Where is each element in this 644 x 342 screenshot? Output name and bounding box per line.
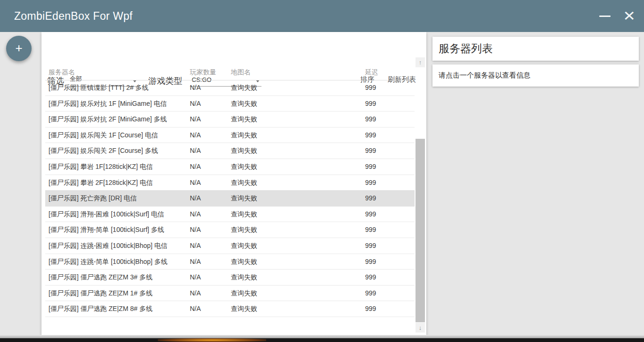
plus-icon: + [15,42,22,54]
title-bar[interactable]: ZombiEdenBox For Wpf ✕ [0,0,644,32]
server-name-cell: [僵尸乐园] 僵尸逃跑 ZE|ZM 8# 多线 [49,301,153,317]
column-header-server-name: 服务器名 [49,62,75,82]
table-row[interactable]: [僵尸乐园] 娱乐闯关 1F [Course] 电信 N/A 查询失败 999 [45,127,415,143]
side-panel-hint: 请点击一个服务器以查看信息 [432,71,530,80]
map-cell: 查询失败 [231,191,257,207]
players-cell: N/A [190,222,201,238]
side-panel-hint-card: 请点击一个服务器以查看信息 [432,64,639,87]
server-name-cell: [僵尸乐园] 娱乐闯关 1F [Course] 电信 [49,127,158,143]
latency-cell: 999 [365,159,376,175]
server-name-cell: [僵尸乐园] 娱乐对抗 1F [MiniGame] 电信 [49,96,167,112]
map-cell: 查询失败 [231,96,257,112]
latency-cell: 999 [365,175,376,191]
add-server-button[interactable]: + [6,36,32,61]
table-row[interactable]: [僵尸乐园] 娱乐对抗 2F [MiniGame] 多线 N/A 查询失败 99… [45,111,415,127]
map-cell: 查询失败 [231,143,257,159]
arrow-up-icon: ↑ [419,59,422,66]
players-cell: N/A [190,159,201,175]
latency-cell: 999 [365,80,376,96]
server-name-cell: [僵尸乐园] 僵尸逃跑 ZE|ZM 1# 多线 [49,286,153,302]
server-name-cell: [僵尸乐园] 娱乐对抗 2F [MiniGame] 多线 [49,111,167,127]
server-name-cell: [僵尸乐园] 娱乐闯关 2F [Course] 多线 [49,143,158,159]
latency-cell: 999 [365,254,376,270]
side-panel-title: 服务器列表 [432,41,493,56]
table-row[interactable]: [僵尸乐园] 滑翔-简单 [100tick|Surf] 多线 N/A 查询失败 … [45,222,415,238]
arrow-down-icon: ↓ [419,324,422,331]
map-cell: 查询失败 [231,238,257,254]
server-name-cell: [僵尸乐园] 僵尸逃跑 ZE|ZM 3# 多线 [49,270,153,286]
map-cell: 查询失败 [231,286,257,302]
players-cell: N/A [190,238,201,254]
server-name-cell: [僵尸乐园] 攀岩 1F[128tick|KZ] 电信 [49,159,153,175]
side-panel-title-card: 服务器列表 [432,37,639,61]
players-cell: N/A [190,191,201,207]
column-header-map: 地图名 [231,62,251,82]
server-name-cell: [僵尸乐园] 匪镇谍影 [TTT] 2# 多线 [49,80,148,96]
server-name-cell: [僵尸乐园] 连跳-简单 [100tick|Bhop] 多线 [49,254,168,270]
latency-cell: 999 [365,111,376,127]
minimize-button[interactable] [599,16,611,17]
map-cell: 查询失败 [231,159,257,175]
players-cell: N/A [190,127,201,143]
scrollbar[interactable]: ↑ ↓ [416,57,425,333]
map-cell: 查询失败 [231,111,257,127]
latency-cell: 999 [365,127,376,143]
players-cell: N/A [190,111,201,127]
latency-cell: 999 [365,143,376,159]
window-buttons: ✕ [599,0,636,32]
players-cell: N/A [190,286,201,302]
players-cell: N/A [190,270,201,286]
table-row[interactable]: [僵尸乐园] 僵尸逃跑 ZE|ZM 3# 多线 N/A 查询失败 999 [45,270,415,286]
table-row[interactable]: [僵尸乐园] 僵尸逃跑 ZE|ZM 8# 多线 N/A 查询失败 999 [45,301,415,317]
latency-cell: 999 [365,286,376,302]
players-cell: N/A [190,143,201,159]
players-cell: N/A [190,96,201,112]
table-header: 服务器名 玩家数量 地图名 延迟 [45,62,415,80]
table-row[interactable]: [僵尸乐园] 死亡奔跑 [DR] 电信 N/A 查询失败 999 [45,191,415,207]
column-header-players: 玩家数量 [190,62,216,82]
close-button[interactable]: ✕ [623,9,636,23]
map-cell: 查询失败 [231,270,257,286]
latency-cell: 999 [365,96,376,112]
latency-cell: 999 [365,270,376,286]
server-name-cell: [僵尸乐园] 滑翔-困难 [100tick|Surf] 电信 [49,207,164,223]
table-row[interactable]: [僵尸乐园] 连跳-简单 [100tick|Bhop] 多线 N/A 查询失败 … [45,254,415,270]
server-rows: [僵尸乐园] 匪镇谍影 [TTT] 2# 多线 N/A 查询失败 999 [僵尸… [45,80,415,317]
latency-cell: 999 [365,238,376,254]
map-cell: 查询失败 [231,222,257,238]
server-list-card: 筛选 全部 游戏类型 CS:GO 排序 刷新列表 服务器名 玩家数量 地图名 延… [41,32,426,335]
map-cell: 查询失败 [231,301,257,317]
desktop-glow [158,338,266,342]
window-bottom-shadow [0,335,644,338]
players-cell: N/A [190,254,201,270]
table-row[interactable]: [僵尸乐园] 娱乐闯关 2F [Course] 多线 N/A 查询失败 999 [45,143,415,159]
latency-cell: 999 [365,207,376,223]
table-row[interactable]: [僵尸乐园] 匪镇谍影 [TTT] 2# 多线 N/A 查询失败 999 [45,80,415,96]
map-cell: 查询失败 [231,127,257,143]
players-cell: N/A [190,175,201,191]
latency-cell: 999 [365,191,376,207]
players-cell: N/A [190,80,201,96]
table-row[interactable]: [僵尸乐园] 攀岩 2F[128tick|KZ] 电信 N/A 查询失败 999 [45,175,415,191]
table-row[interactable]: [僵尸乐园] 攀岩 1F[128tick|KZ] 电信 N/A 查询失败 999 [45,159,415,175]
server-name-cell: [僵尸乐园] 滑翔-简单 [100tick|Surf] 多线 [49,222,164,238]
map-cell: 查询失败 [231,80,257,96]
players-cell: N/A [190,301,201,317]
table-row[interactable]: [僵尸乐园] 连跳-困难 [100tick|Bhop] 电信 N/A 查询失败 … [45,238,415,254]
server-name-cell: [僵尸乐园] 连跳-困难 [100tick|Bhop] 电信 [49,238,168,254]
table-row[interactable]: [僵尸乐园] 滑翔-困难 [100tick|Surf] 电信 N/A 查询失败 … [45,207,415,223]
map-cell: 查询失败 [231,175,257,191]
column-header-latency: 延迟 [365,62,378,82]
latency-cell: 999 [365,222,376,238]
scroll-up-button[interactable]: ↑ [416,57,425,67]
table-row[interactable]: [僵尸乐园] 僵尸逃跑 ZE|ZM 1# 多线 N/A 查询失败 999 [45,286,415,302]
map-cell: 查询失败 [231,207,257,223]
latency-cell: 999 [365,301,376,317]
server-name-cell: [僵尸乐园] 攀岩 2F[128tick|KZ] 电信 [49,175,153,191]
map-cell: 查询失败 [231,254,257,270]
players-cell: N/A [190,207,201,223]
window-title: ZombiEdenBox For Wpf [0,10,132,23]
table-row[interactable]: [僵尸乐园] 娱乐对抗 1F [MiniGame] 电信 N/A 查询失败 99… [45,96,415,112]
scroll-down-button[interactable]: ↓ [416,323,425,333]
scrollbar-thumb[interactable] [416,139,425,322]
